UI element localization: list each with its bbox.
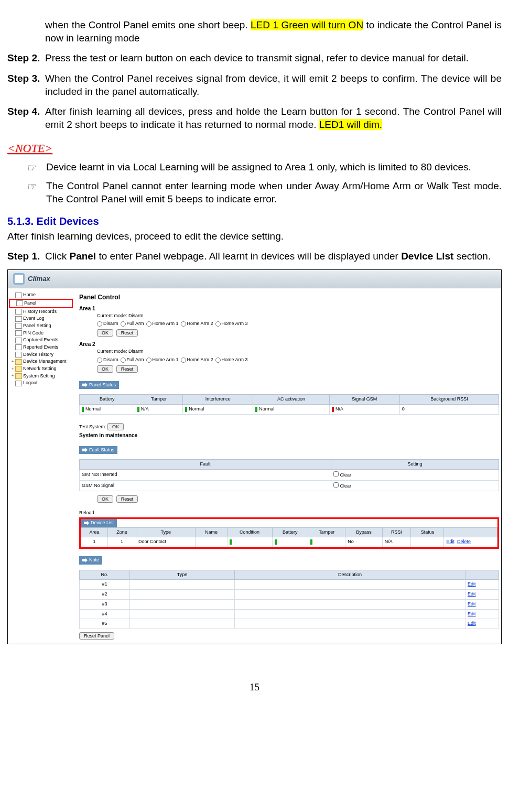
note-row: #2Edit: [80, 590, 499, 600]
status-dot-green-icon: [230, 539, 232, 545]
dl-hdr-type: Type: [136, 527, 196, 537]
dl-hdr-battery: Battery: [272, 527, 308, 537]
sidebar-item-logout[interactable]: Logout: [9, 380, 73, 387]
note2-text: The Control Panel cannot enter learning …: [46, 180, 502, 205]
step1-label: Step 1.: [7, 250, 45, 263]
brand-name: Climax: [28, 275, 50, 284]
area2-ok-button[interactable]: OK: [97, 365, 113, 373]
device-list-row: 1 1 Door Contact No N/A Edit Delete: [81, 537, 497, 547]
area1-current-mode: Current mode: Disarm: [79, 312, 499, 320]
step4-text-a: After finish learning all devices, press…: [45, 106, 502, 130]
section-title: 5.1.3. Edit Devices: [7, 214, 502, 228]
maintenance-label: System in maintenance: [79, 432, 499, 439]
screenshot-panel: Climax Home Panel History Records Event …: [7, 269, 502, 644]
area1-radio-fullarm[interactable]: Full Arm: [121, 321, 144, 327]
area1-radio-home3[interactable]: Home Arm 3: [215, 321, 248, 327]
area2-current-mode: Current mode: Disarm: [79, 348, 499, 356]
fs-row: SIM Not Inserted Clear: [80, 469, 499, 480]
device-delete-link[interactable]: Delete: [457, 539, 471, 544]
note-hdr-type: Type: [130, 570, 235, 580]
area1-ok-button[interactable]: OK: [97, 329, 113, 337]
fault-status-table: Fault Setting SIM Not Inserted Clear GSM…: [79, 459, 499, 491]
reload-link[interactable]: Reload: [79, 510, 499, 516]
note-chip: Note: [79, 556, 102, 565]
section-sub: After finish learning devices, proceed t…: [7, 230, 502, 243]
area2-radio-home3[interactable]: Home Arm 3: [215, 357, 248, 363]
note-table: No. Type Description #1Edit #2Edit #3Edi…: [79, 570, 499, 629]
sidebar-item-panelsetting[interactable]: Panel Setting: [9, 322, 73, 330]
sidebar-item-panel[interactable]: Panel: [10, 300, 72, 307]
device-edit-link[interactable]: Edit: [446, 539, 454, 544]
note-edit-link[interactable]: Edit: [468, 601, 476, 607]
sidebar-item-pincode[interactable]: PIN Code: [9, 330, 73, 337]
area2-options: Disarm Full Arm Home Arm 1 Home Arm 2 Ho…: [79, 356, 499, 364]
panel-status-chip: Panel Status: [79, 381, 119, 389]
status-dot-green-icon: [275, 539, 277, 545]
intro-continuation: when the Control Panel emits one short b…: [7, 19, 502, 45]
area1-title: Area 1: [79, 305, 499, 312]
area1-options: Disarm Full Arm Home Arm 1 Home Arm 2 Ho…: [79, 320, 499, 328]
step1-text: Click Panel to enter Panel webpage. All …: [45, 250, 502, 263]
note-header: <NOTE>: [7, 141, 502, 156]
status-dot-green-icon: [137, 407, 139, 412]
sidebar-highlight-box: Panel: [9, 299, 73, 308]
area1-reset-button[interactable]: Reset: [116, 329, 138, 337]
area1-radio-home2[interactable]: Home Arm 2: [181, 321, 213, 327]
arrow-icon: [82, 558, 88, 562]
device-list-chip: Device List: [81, 519, 117, 527]
sidebar-item-home[interactable]: Home: [9, 291, 73, 299]
dl-hdr-actions: [444, 527, 497, 537]
dl-hdr-bypass: Bypass: [345, 527, 382, 537]
ps-hdr-interference: Interference: [183, 395, 253, 405]
fs-reset-button[interactable]: Reset: [116, 495, 138, 503]
main-content: Panel Control Area 1 Current mode: Disar…: [74, 288, 501, 644]
fault-status-chip: Fault Status: [79, 446, 117, 454]
sidebar-item-devicemgmt[interactable]: +Device Management: [9, 358, 73, 365]
dl-hdr-zone: Zone: [108, 527, 136, 537]
reset-panel-button[interactable]: Reset Panel: [79, 632, 114, 640]
dl-hdr-name: Name: [196, 527, 227, 537]
sidebar-item-captured[interactable]: Captured Events: [9, 337, 73, 344]
area2-reset-button[interactable]: Reset: [116, 365, 138, 373]
sidebar-item-reported[interactable]: Reported Events: [9, 344, 73, 351]
test-ok-button[interactable]: OK: [107, 423, 124, 430]
step4-highlight: LED1 will dim.: [319, 119, 382, 130]
note-edit-link[interactable]: Edit: [468, 581, 476, 587]
status-dot-red-icon: [332, 407, 334, 412]
fs-ok-button[interactable]: OK: [97, 495, 113, 503]
sidebar-item-history[interactable]: History Records: [9, 308, 73, 316]
page-number: 15: [7, 681, 502, 694]
device-list-table: Area Zone Type Name Condition Battery Ta…: [81, 527, 497, 547]
ps-hdr-rssi: Background RSSI: [399, 395, 499, 405]
note-edit-link[interactable]: Edit: [468, 591, 476, 597]
note-edit-link[interactable]: Edit: [468, 621, 476, 626]
note-row: #3Edit: [80, 599, 499, 609]
ps-hdr-battery: Battery: [80, 395, 135, 405]
fs-row: GSM No Signal Clear: [80, 480, 499, 491]
sidebar-item-network[interactable]: +Network Setting: [9, 365, 73, 373]
sidebar-item-system[interactable]: +System Setting: [9, 373, 73, 380]
intro-text-a: when the Control Panel emits one short b…: [45, 19, 251, 30]
area1-radio-disarm[interactable]: Disarm: [97, 321, 118, 327]
fs-clear-checkbox[interactable]: Clear: [333, 472, 351, 478]
area2-title: Area 2: [79, 341, 499, 348]
status-dot-green-icon: [185, 407, 187, 412]
step2-text: Press the test or learn button on each d…: [45, 52, 502, 65]
arrow-icon: [82, 383, 88, 387]
fs-clear-checkbox[interactable]: Clear: [333, 483, 351, 489]
sidebar-item-devicehistory[interactable]: Device History: [9, 351, 73, 359]
area2-radio-fullarm[interactable]: Full Arm: [121, 357, 144, 363]
step3-text: When the Control Panel receives signal f…: [45, 72, 502, 98]
arrow-icon: [84, 521, 89, 525]
note-row: #4Edit: [80, 609, 499, 619]
area2-radio-home1[interactable]: Home Arm 1: [146, 357, 179, 363]
area1-radio-home1[interactable]: Home Arm 1: [146, 321, 179, 327]
step2-label: Step 2.: [7, 52, 45, 65]
sidebar-item-eventlog[interactable]: Event Log: [9, 315, 73, 322]
note-row: #5Edit: [80, 619, 499, 629]
note-edit-link[interactable]: Edit: [468, 611, 476, 616]
pointing-hand-icon: ☞: [27, 180, 46, 205]
area2-radio-disarm[interactable]: Disarm: [97, 357, 118, 363]
area2-radio-home2[interactable]: Home Arm 2: [181, 357, 213, 363]
step4-text: After finish learning all devices, press…: [45, 105, 502, 131]
